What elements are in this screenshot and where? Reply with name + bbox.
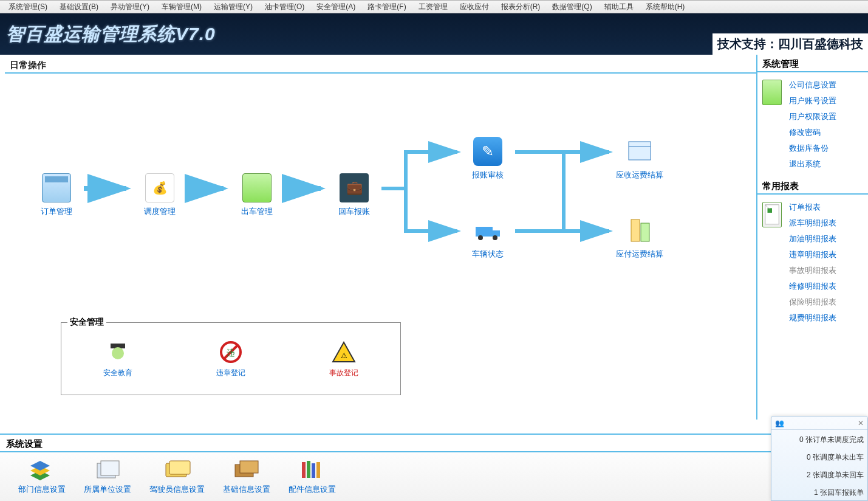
violation-register-button[interactable]: 违 违章登记	[216, 340, 245, 378]
svg-rect-0	[629, 142, 651, 160]
svg-text:⚠: ⚠	[341, 351, 347, 360]
violation-icon: 违	[219, 340, 243, 364]
dept-info-button[interactable]: 部门信息设置	[18, 458, 66, 495]
svg-rect-27	[312, 463, 315, 478]
company-info-link[interactable]: 公司信息设置	[789, 80, 836, 91]
db-backup-link[interactable]: 数据库备份	[789, 143, 836, 154]
education-icon	[106, 340, 130, 364]
menu-item[interactable]: 系统管理(S)	[2, 2, 53, 12]
user-permission-link[interactable]: 用户权限设置	[789, 111, 836, 122]
svg-rect-6	[631, 219, 640, 241]
accident-icon: ⚠	[332, 340, 356, 364]
menu-item[interactable]: 应收应付	[454, 2, 495, 12]
notify-line[interactable]: 0 张调度单未出车	[775, 452, 864, 463]
svg-rect-20	[101, 461, 119, 475]
svg-rect-26	[307, 461, 310, 478]
notification-popup: 👥 ✕ 0 张订单未调度完成 0 张调度单未出车 2 张调度单未回车 1 张回车…	[771, 416, 868, 501]
payable-icon	[625, 216, 654, 245]
svg-rect-2	[476, 227, 493, 237]
sys-mgmt-title: 系统管理	[757, 57, 868, 71]
notify-line[interactable]: 0 张订单未调度完成	[775, 435, 864, 445]
safety-panel: 安全管理 安全教育 违 违章登记 ⚠ 事故登记	[61, 322, 401, 395]
parts-info-button[interactable]: 配件信息设置	[289, 458, 336, 495]
menu-item[interactable]: 运输管理(Y)	[208, 2, 259, 12]
repair-report-link[interactable]: 维修明细报表	[789, 281, 836, 292]
basic-info-button[interactable]: 基础信息设置	[223, 458, 270, 495]
books-icon	[28, 458, 56, 480]
svg-text:违: 违	[227, 348, 235, 358]
app-title: 智百盛运输管理系统V7.0	[6, 22, 216, 47]
svg-rect-28	[316, 462, 320, 478]
audit-button[interactable]: ✎ 报账审核	[460, 137, 515, 181]
license-icon	[163, 458, 191, 480]
report-card-icon	[762, 202, 782, 227]
svg-rect-24	[240, 461, 258, 473]
audit-icon: ✎	[473, 137, 502, 166]
menu-item[interactable]: 基础设置(B)	[53, 2, 104, 12]
common-reports-title: 常用报表	[757, 179, 868, 193]
svg-rect-22	[169, 461, 190, 474]
user-account-link[interactable]: 用户账号设置	[789, 95, 836, 106]
safety-education-button[interactable]: 安全教育	[103, 340, 132, 378]
svg-rect-18	[768, 208, 773, 213]
driver-info-button[interactable]: 驾驶员信息设置	[149, 458, 205, 495]
depart-mgmt-button[interactable]: 出车管理	[230, 173, 284, 217]
books-color-icon	[298, 458, 326, 480]
menu-item[interactable]: 车辆管理(M)	[155, 2, 208, 12]
svg-rect-17	[765, 205, 779, 224]
order-mgmt-button[interactable]: 订单管理	[29, 173, 84, 217]
notify-line[interactable]: 2 张调度单未回车	[775, 470, 864, 480]
menu-item[interactable]: 报表分析(R)	[495, 2, 547, 12]
fee-report-link[interactable]: 规费明细报表	[789, 313, 836, 323]
menu-bar: 系统管理(S) 基础设置(B) 异动管理(Y) 车辆管理(M) 运输管理(Y) …	[0, 0, 868, 13]
unit-info-button[interactable]: 所属单位设置	[84, 458, 131, 495]
depart-icon	[242, 173, 272, 202]
payable-button[interactable]: 应付运费结算	[612, 216, 667, 260]
bottom-section: 系统设置 部门信息设置 所属单位设置 驾驶员信息设置 基础信息设置 配件信息设置	[0, 434, 868, 501]
menu-item[interactable]: 安全管理(A)	[310, 2, 361, 12]
accident-register-button[interactable]: ⚠ 事故登记	[329, 340, 358, 378]
daily-ops-title: 日常操作	[10, 60, 756, 71]
workflow-diagram: 订单管理 💰 调度管理 出车管理 💼 回车报账 ✎ 报账审核 应收运费结算	[5, 76, 756, 258]
settings-card-icon	[762, 80, 782, 105]
cards-icon	[233, 458, 261, 480]
svg-point-12	[112, 347, 124, 359]
exit-system-link[interactable]: 退出系统	[789, 159, 836, 170]
svg-point-5	[493, 235, 497, 240]
notify-line[interactable]: 1 张回车报账单	[775, 488, 864, 498]
svg-rect-7	[641, 223, 649, 241]
svg-point-4	[478, 235, 483, 240]
safety-title: 安全管理	[67, 317, 106, 328]
insurance-report-link[interactable]: 保险明细报表	[789, 297, 836, 308]
svg-rect-25	[302, 462, 306, 478]
tech-support-label: 技术支持：四川百盛德科技	[713, 33, 868, 55]
folder-icon	[94, 458, 121, 480]
menu-item[interactable]: 数据管理(Q)	[546, 2, 598, 12]
menu-item[interactable]: 异动管理(Y)	[104, 2, 155, 12]
truck-icon	[473, 216, 502, 245]
change-password-link[interactable]: 修改密码	[789, 127, 836, 138]
receivable-button[interactable]: 应收运费结算	[612, 137, 667, 181]
return-report-button[interactable]: 💼 回车报账	[327, 173, 381, 217]
violation-report-link[interactable]: 违章明细报表	[789, 249, 836, 260]
close-icon[interactable]: ✕	[858, 419, 864, 427]
dispatch-report-link[interactable]: 派车明细报表	[789, 218, 836, 229]
menu-item[interactable]: 工资管理	[412, 2, 454, 12]
system-settings-title: 系统设置	[0, 435, 868, 451]
menu-item[interactable]: 系统帮助(H)	[640, 2, 691, 12]
vehicle-status-button[interactable]: 车辆状态	[460, 216, 515, 260]
accident-report-link[interactable]: 事故明细报表	[789, 265, 836, 276]
menu-item[interactable]: 路卡管理(F)	[361, 2, 412, 12]
order-icon	[42, 173, 71, 202]
menu-item[interactable]: 辅助工具	[598, 2, 640, 12]
users-icon: 👥	[775, 419, 784, 427]
money-icon: 💰	[145, 173, 174, 202]
dispatch-mgmt-button[interactable]: 💰 调度管理	[132, 173, 187, 217]
right-sidebar: 系统管理 公司信息设置 用户账号设置 用户权限设置 修改密码 数据库备份 退出系…	[756, 55, 868, 420]
order-report-link[interactable]: 订单报表	[789, 202, 836, 213]
menu-item[interactable]: 油卡管理(O)	[259, 2, 310, 12]
receivable-icon	[625, 137, 654, 166]
svg-rect-3	[493, 230, 500, 237]
fuel-report-link[interactable]: 加油明细报表	[789, 233, 836, 244]
app-header: 智百盛运输管理系统V7.0 技术支持：四川百盛德科技	[0, 13, 868, 55]
